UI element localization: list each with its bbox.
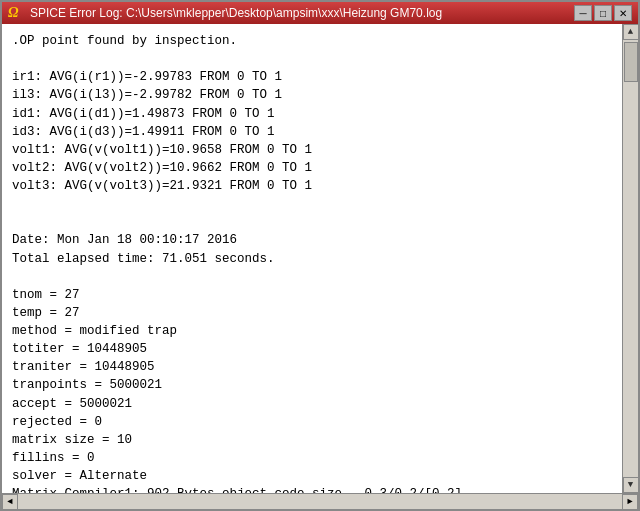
scroll-left-button[interactable]: ◄ xyxy=(2,494,18,510)
main-window: Ω SPICE Error Log: C:\Users\mklepper\Des… xyxy=(0,0,640,511)
scroll-thumb[interactable] xyxy=(624,42,638,82)
window-title: SPICE Error Log: C:\Users\mklepper\Deskt… xyxy=(30,6,442,20)
log-text: .OP point found by inspection. ir1: AVG(… xyxy=(2,24,622,493)
scroll-track[interactable] xyxy=(623,40,638,477)
window-controls: ─ □ ✕ xyxy=(574,5,632,21)
app-icon: Ω xyxy=(8,5,24,21)
scroll-up-button[interactable]: ▲ xyxy=(623,24,639,40)
title-bar-left: Ω SPICE Error Log: C:\Users\mklepper\Des… xyxy=(8,5,442,21)
content-area: .OP point found by inspection. ir1: AVG(… xyxy=(2,24,638,493)
scroll-down-button[interactable]: ▼ xyxy=(623,477,639,493)
minimize-button[interactable]: ─ xyxy=(574,5,592,21)
horizontal-scrollbar[interactable]: ◄ ► xyxy=(2,493,638,509)
vertical-scrollbar[interactable]: ▲ ▼ xyxy=(622,24,638,493)
close-button[interactable]: ✕ xyxy=(614,5,632,21)
scroll-right-button[interactable]: ► xyxy=(622,494,638,510)
h-scroll-track[interactable] xyxy=(18,494,622,509)
title-bar: Ω SPICE Error Log: C:\Users\mklepper\Des… xyxy=(2,2,638,24)
maximize-button[interactable]: □ xyxy=(594,5,612,21)
